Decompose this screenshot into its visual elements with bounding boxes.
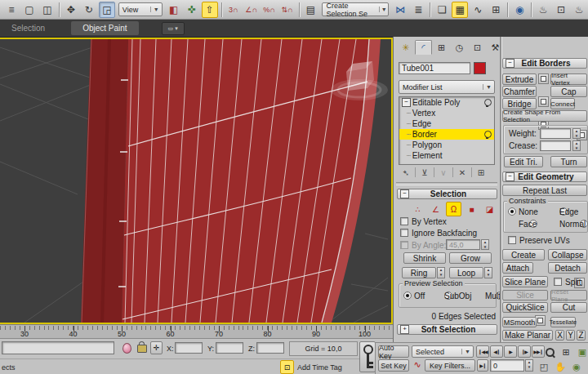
zoom-region-icon[interactable]: ◰	[537, 359, 551, 374]
select-and-manipulate-icon[interactable]: ✜	[184, 2, 200, 18]
insert-vertex-button[interactable]: Insert Vertex	[550, 73, 587, 85]
graphite-ribbon-toggle-icon[interactable]: ▦	[452, 2, 468, 18]
select-and-scale-icon[interactable]: ◲	[99, 2, 115, 18]
make-planar-button[interactable]: Make Planar	[502, 330, 553, 341]
viewport[interactable]	[0, 38, 393, 324]
by-angle-field[interactable]: 45,0	[446, 239, 480, 250]
render-setup-icon[interactable]: ♨	[535, 2, 551, 18]
show-end-result-icon[interactable]: ⊻	[417, 168, 432, 177]
select-and-move-icon[interactable]: ✥	[63, 2, 79, 18]
object-color-swatch[interactable]	[474, 62, 486, 74]
polygon-subobject-icon[interactable]: ■	[464, 202, 479, 216]
ring-spinner[interactable]: ▲▼	[437, 267, 445, 278]
edge-subobject-icon[interactable]: ∠	[428, 202, 443, 216]
expand-collapse-icon[interactable]: −	[402, 98, 411, 107]
collapse-button[interactable]: Collapse	[548, 249, 587, 260]
crease-spinner[interactable]: ▲▼	[572, 140, 581, 151]
slice-button[interactable]: Slice	[502, 290, 548, 301]
edit-borders-rollout-header[interactable]: − Edit Borders	[502, 58, 587, 69]
auto-key-button[interactable]: Auto Key	[378, 345, 409, 358]
visibility-bulb-icon[interactable]	[484, 131, 492, 138]
preserve-uvs-checkbox[interactable]	[508, 236, 516, 244]
reset-plane-button[interactable]: Reset Plane	[550, 290, 587, 301]
bridge-button[interactable]: Bridge	[502, 98, 537, 109]
isolate-selection-toggle[interactable]	[120, 341, 134, 355]
stack-item-edge[interactable]: ┄Edge	[399, 118, 494, 129]
quickslice-button[interactable]: QuickSlice	[502, 302, 548, 313]
configure-modifier-sets-icon[interactable]: ⊞	[474, 168, 488, 177]
weight-field[interactable]	[540, 128, 571, 139]
element-subobject-icon[interactable]: ◪	[482, 202, 497, 216]
split-checkbox[interactable]	[554, 278, 562, 286]
modifier-stack[interactable]: −Editable Poly┄Vertex┄Edge┄Border┄Polygo…	[399, 96, 495, 165]
preview-off-radio[interactable]	[403, 292, 412, 300]
default-tangents-icon[interactable]: ∿	[412, 359, 423, 372]
tab-modify[interactable]: ◜	[415, 40, 432, 55]
edit-named-selection-sets-icon[interactable]: ▤	[303, 2, 319, 18]
ribbon-tab-selection[interactable]: Selection	[0, 21, 56, 35]
frame-spinner[interactable]: ▲▼	[525, 359, 533, 372]
by-angle-spinner[interactable]: ▲▼	[481, 239, 489, 250]
stack-item-editable-poly[interactable]: −Editable Poly	[399, 97, 494, 108]
turn-button[interactable]: Turn	[550, 156, 587, 167]
chamfer-button[interactable]: Chamfer	[502, 86, 537, 97]
edit-tri-button[interactable]: Edit Tri.	[504, 156, 543, 167]
by-angle-checkbox[interactable]	[400, 241, 408, 249]
rectangular-selection-region-icon[interactable]: ▢	[21, 2, 38, 18]
key-mode-toggle[interactable]: ▶❙	[477, 359, 488, 372]
visibility-bulb-icon[interactable]	[484, 99, 492, 106]
msmooth-button[interactable]: MSmooth	[502, 317, 537, 327]
key-filters-button[interactable]: Key Filters...	[425, 359, 475, 372]
z-coord-field[interactable]	[256, 342, 284, 354]
next-frame-button[interactable]: ❙▶	[518, 345, 531, 358]
attach-button[interactable]: Attach	[502, 262, 533, 274]
ring-button[interactable]: Ring	[402, 267, 436, 278]
zoom-all-icon[interactable]: ⊞	[559, 345, 573, 359]
stack-item-polygon[interactable]: ┄Polygon	[399, 140, 494, 150]
detach-button[interactable]: Detach	[548, 262, 587, 274]
x-coord-field[interactable]	[175, 342, 203, 354]
set-key-button[interactable]: Set Key	[378, 359, 409, 372]
connect-button[interactable]: Connect	[550, 98, 575, 109]
make-planar-z-button[interactable]: Z	[577, 330, 586, 341]
angle-snap-icon[interactable]: ∠∩	[243, 2, 260, 18]
edit-geometry-rollout-header[interactable]: − Edit Geometry	[502, 171, 587, 182]
status-line-field[interactable]	[2, 341, 114, 354]
object-name-field[interactable]: Tube001	[399, 62, 470, 74]
rendered-frame-window-icon[interactable]: ⊡	[553, 2, 569, 18]
transform-type-in-toggle[interactable]: ⊡	[280, 360, 294, 374]
selection-lock-toggle[interactable]	[135, 341, 149, 355]
material-editor-icon[interactable]: ◉	[511, 2, 528, 18]
modifier-list-dropdown[interactable]: Modifier List ▼	[399, 80, 495, 94]
extrude-button[interactable]: Extrude	[502, 73, 537, 85]
tube-mesh[interactable]	[81, 39, 381, 323]
weight-spinner[interactable]: ▲▼	[572, 128, 581, 139]
stack-item-border[interactable]: ┄Border	[399, 129, 494, 140]
slice-plane-button[interactable]: Slice Plane	[502, 276, 548, 287]
repeat-last-button[interactable]: Repeat Last	[502, 185, 587, 196]
select-and-rotate-icon[interactable]: ↻	[81, 2, 97, 18]
ribbon-tab-object-paint[interactable]: Object Paint	[71, 21, 138, 35]
tab-display[interactable]: ⊡	[469, 40, 486, 55]
selection-set-dropdown[interactable]: Selected ▼	[412, 345, 474, 358]
extrude-settings-button[interactable]	[538, 73, 549, 84]
make-unique-icon[interactable]: ∨	[436, 168, 451, 177]
window-crossing-toggle-icon[interactable]: ◫	[39, 2, 56, 18]
loop-button[interactable]: Loop	[449, 267, 483, 278]
percent-snap-icon[interactable]: %∩	[261, 2, 278, 18]
layer-manager-icon[interactable]: ❏	[434, 2, 450, 18]
constraint-none-radio[interactable]	[508, 207, 516, 216]
go-to-start-button[interactable]: ❙◀◀	[476, 345, 489, 358]
mirror-icon[interactable]: ⋈	[392, 2, 408, 18]
ignore-backfacing-checkbox[interactable]	[400, 229, 408, 237]
y-coord-field[interactable]	[216, 342, 243, 354]
soft-selection-rollout-header[interactable]: + Soft Selection	[397, 324, 497, 335]
vertex-subobject-icon[interactable]: ∴	[410, 202, 425, 216]
track-bar[interactable]: 30405060708090100	[0, 324, 393, 338]
zoom-extents-icon[interactable]: ▣	[575, 345, 588, 359]
viewport-canvas[interactable]	[0, 39, 391, 323]
make-planar-x-button[interactable]: X	[555, 330, 564, 341]
tab-motion[interactable]: ◷	[451, 40, 468, 55]
loop-spinner[interactable]: ▲▼	[484, 267, 492, 278]
tab-hierarchy[interactable]: ⊞	[433, 40, 450, 55]
